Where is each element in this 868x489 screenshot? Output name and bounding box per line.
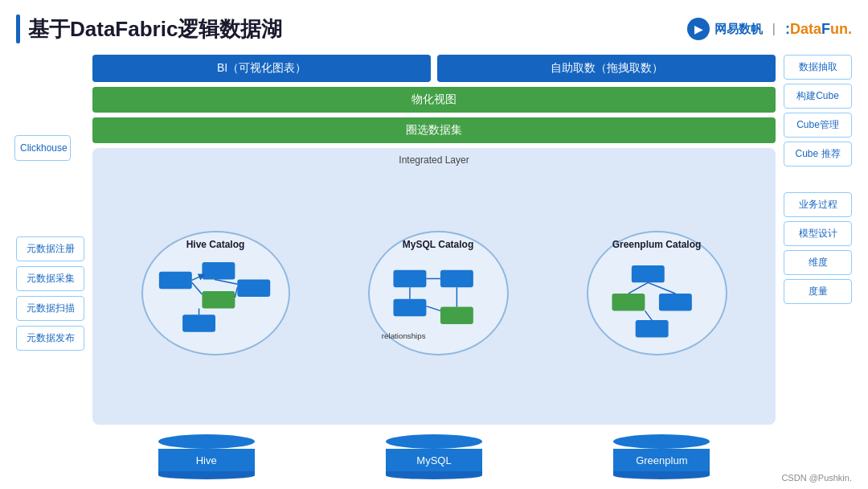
left-btn-metadata-collect[interactable]: 元数据采集 xyxy=(16,266,84,291)
left-btn-metadata-register[interactable]: 元数据注册 xyxy=(16,236,84,261)
footer-credit: CSDN @Pushkin. xyxy=(781,473,852,483)
main-content: 元数据注册 元数据采集 元数据扫描 元数据发布 BI（可视化图表） 自助取数（拖… xyxy=(16,55,852,479)
materialized-view-bar: 物化视图 xyxy=(92,87,776,113)
left-btn-metadata-scan[interactable]: 元数据扫描 xyxy=(16,296,84,321)
right-panel: 数据抽取 构建Cube Cube管理 Cube 推荐 业务过程 模型设计 维度 … xyxy=(784,55,852,479)
circle-dataset-bar: 圈选数据集 xyxy=(92,117,776,143)
right-btn-business-process[interactable]: 业务过程 xyxy=(784,192,852,217)
svg-line-23 xyxy=(628,282,647,294)
greenplum-db: Greenplum xyxy=(613,434,710,479)
svg-rect-4 xyxy=(237,279,270,296)
hive-db-bottom xyxy=(158,471,255,479)
header: 基于DataFabric逻辑数据湖 ▶ 网易数帆 | :DataFun. xyxy=(16,14,852,43)
datafun-logo: :DataFun. xyxy=(785,21,852,38)
svg-line-25 xyxy=(645,310,652,320)
mysql-db-bottom xyxy=(386,471,482,479)
right-btn-measure[interactable]: 度量 xyxy=(784,279,852,304)
bi-button[interactable]: BI（可视化图表） xyxy=(92,55,431,82)
svg-rect-12 xyxy=(393,298,426,315)
page-wrapper: 基于DataFabric逻辑数据湖 ▶ 网易数帆 | :DataFun. Cli… xyxy=(0,0,868,489)
center-panel: BI（可视化图表） 自助取数（拖拽取数） 物化视图 圈选数据集 Integrat… xyxy=(92,55,776,479)
right-btn-cube-manage[interactable]: Cube管理 xyxy=(784,113,852,138)
svg-rect-0 xyxy=(158,271,191,288)
svg-rect-11 xyxy=(440,269,473,286)
page-title: 基于DataFabric逻辑数据湖 xyxy=(28,15,282,43)
right-btn-dimension[interactable]: 维度 xyxy=(784,250,852,275)
greenplum-db-body: Greenplum xyxy=(613,449,710,471)
svg-rect-22 xyxy=(635,320,668,337)
header-logos: ▶ 网易数帆 | :DataFun. xyxy=(687,18,852,40)
wangyi-icon: ▶ xyxy=(687,18,710,40)
self-service-button[interactable]: 自助取数（拖拽取数） xyxy=(437,55,776,82)
title-bar-decoration xyxy=(16,14,20,43)
logo-divider: | xyxy=(772,22,776,36)
hive-db-body: Hive xyxy=(158,449,255,471)
svg-line-8 xyxy=(215,279,237,284)
svg-text:relationships: relationships xyxy=(381,331,425,339)
greenplum-catalog-oval: Greenplum Catalog xyxy=(587,231,727,355)
svg-rect-13 xyxy=(440,306,473,323)
svg-line-6 xyxy=(191,282,202,294)
wangyi-label: 网易数帆 xyxy=(714,22,763,37)
clickhouse-label: Clickhouse xyxy=(14,135,71,161)
svg-line-24 xyxy=(648,282,675,294)
mysql-db-body: MySQL xyxy=(386,449,482,471)
svg-rect-19 xyxy=(631,265,664,281)
right-section-top: 数据抽取 构建Cube Cube管理 Cube 推荐 xyxy=(784,55,852,166)
left-btn-metadata-publish[interactable]: 元数据发布 xyxy=(16,326,84,351)
right-btn-cube-recommend[interactable]: Cube 推荐 xyxy=(784,142,852,166)
svg-rect-3 xyxy=(182,314,215,331)
hive-db: Hive xyxy=(158,434,255,479)
svg-line-5 xyxy=(191,275,202,280)
hive-db-top xyxy=(158,434,255,449)
right-btn-build-cube[interactable]: 构建Cube xyxy=(784,84,852,109)
svg-rect-10 xyxy=(393,269,426,286)
mysql-catalog-oval: MySQL Catalog relations xyxy=(368,231,509,355)
svg-line-16 xyxy=(426,306,440,310)
greenplum-catalog-svg xyxy=(588,232,726,354)
hive-catalog-svg xyxy=(143,232,289,354)
left-panel: 元数据注册 元数据采集 元数据扫描 元数据发布 xyxy=(16,55,84,479)
mysql-catalog-svg: relationships xyxy=(370,232,507,354)
right-section-bottom: 业务过程 模型设计 维度 度量 xyxy=(784,192,852,304)
integrated-label: Integrated Layer xyxy=(102,154,766,166)
bottom-row: Hive MySQL Greenplum xyxy=(92,429,776,479)
header-title: 基于DataFabric逻辑数据湖 xyxy=(16,14,282,43)
hive-catalog-oval: Hive Catalog xyxy=(141,231,290,355)
svg-rect-2 xyxy=(202,291,235,308)
integrated-area: Integrated Layer Hive Catalog xyxy=(92,148,776,425)
mysql-db-top xyxy=(386,434,482,449)
svg-rect-1 xyxy=(202,262,235,279)
greenplum-db-bottom xyxy=(613,471,710,479)
right-btn-data-extract[interactable]: 数据抽取 xyxy=(784,55,852,80)
svg-rect-20 xyxy=(612,293,645,310)
greenplum-db-top xyxy=(613,434,710,449)
top-row: BI（可视化图表） 自助取数（拖拽取数） xyxy=(92,55,776,82)
wangyi-logo: ▶ 网易数帆 xyxy=(687,18,763,40)
catalogs-row: Hive Catalog xyxy=(102,171,766,415)
right-btn-model-design[interactable]: 模型设计 xyxy=(784,221,852,246)
svg-rect-21 xyxy=(658,293,691,310)
svg-line-7 xyxy=(235,287,237,298)
mysql-db: MySQL xyxy=(386,434,482,479)
